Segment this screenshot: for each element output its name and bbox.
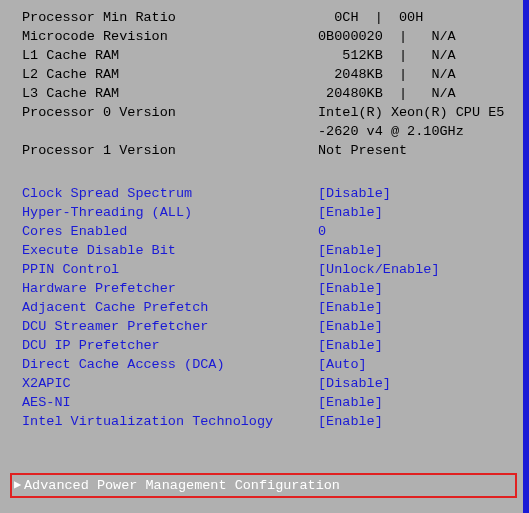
option-label: Clock Spread Spectrum xyxy=(22,184,318,203)
option-row[interactable]: Hyper-Threading (ALL) [Enable] xyxy=(0,203,529,222)
option-value: [Disable] xyxy=(318,184,391,203)
option-row[interactable]: Execute Disable Bit [Enable] xyxy=(0,241,529,260)
option-label: Direct Cache Access (DCA) xyxy=(22,355,318,374)
option-value: [Enable] xyxy=(318,336,383,355)
option-value: [Auto] xyxy=(318,355,367,374)
info-value: Intel(R) Xeon(R) CPU E5 xyxy=(318,103,504,122)
option-row[interactable]: DCU IP Prefetcher [Enable] xyxy=(0,336,529,355)
option-label: DCU IP Prefetcher xyxy=(22,336,318,355)
scrollbar[interactable] xyxy=(523,0,529,513)
option-value: [Disable] xyxy=(318,374,391,393)
advanced-power-management-submenu[interactable]: ▶ Advanced Power Management Configuratio… xyxy=(10,473,517,498)
option-value: 0 xyxy=(318,222,326,241)
option-row[interactable]: Intel Virtualization Technology [Enable] xyxy=(0,412,529,431)
option-label: X2APIC xyxy=(22,374,318,393)
option-label: AES-NI xyxy=(22,393,318,412)
info-row: L2 Cache RAM 2048KB | N/A xyxy=(0,65,529,84)
cpu-options-section: Clock Spread Spectrum [Disable] Hyper-Th… xyxy=(0,184,529,431)
info-row: Processor 1 Version Not Present xyxy=(0,141,529,160)
option-label: Intel Virtualization Technology xyxy=(22,412,318,431)
option-row[interactable]: AES-NI [Enable] xyxy=(0,393,529,412)
info-row: Processor Min Ratio 0CH | 00H xyxy=(0,8,529,27)
option-row[interactable]: Cores Enabled 0 xyxy=(0,222,529,241)
info-label: L2 Cache RAM xyxy=(22,65,318,84)
option-label: Execute Disable Bit xyxy=(22,241,318,260)
info-value: 20480KB | N/A xyxy=(318,84,456,103)
info-value: 512KB | N/A xyxy=(318,46,456,65)
option-value: [Enable] xyxy=(318,203,383,222)
info-value: Not Present xyxy=(318,141,407,160)
info-value: 0CH | 00H xyxy=(318,8,423,27)
option-value: [Unlock/Enable] xyxy=(318,260,440,279)
option-label: Hardware Prefetcher xyxy=(22,279,318,298)
info-label: Processor Min Ratio xyxy=(22,8,318,27)
info-row: Processor 0 Version Intel(R) Xeon(R) CPU… xyxy=(0,103,529,122)
option-row[interactable]: DCU Streamer Prefetcher [Enable] xyxy=(0,317,529,336)
submenu-label: Advanced Power Management Configuration xyxy=(24,476,340,495)
option-label: Cores Enabled xyxy=(22,222,318,241)
option-value: [Enable] xyxy=(318,393,383,412)
submenu-caret-icon: ▶ xyxy=(14,476,24,495)
option-value: [Enable] xyxy=(318,241,383,260)
info-row: Microcode Revision 0B000020 | N/A xyxy=(0,27,529,46)
option-label: PPIN Control xyxy=(22,260,318,279)
bios-setup-screen: Processor Min Ratio 0CH | 00H Microcode … xyxy=(0,0,529,513)
info-label: Microcode Revision xyxy=(22,27,318,46)
info-row: L1 Cache RAM 512KB | N/A xyxy=(0,46,529,65)
section-gap xyxy=(0,160,529,184)
info-label: Processor 0 Version xyxy=(22,103,318,122)
option-label: DCU Streamer Prefetcher xyxy=(22,317,318,336)
option-label: Adjacent Cache Prefetch xyxy=(22,298,318,317)
info-row: -2620 v4 @ 2.10GHz xyxy=(0,122,529,141)
option-value: [Enable] xyxy=(318,298,383,317)
option-value: [Enable] xyxy=(318,279,383,298)
info-label: L3 Cache RAM xyxy=(22,84,318,103)
info-value: -2620 v4 @ 2.10GHz xyxy=(318,122,464,141)
info-value: 0B000020 | N/A xyxy=(318,27,456,46)
option-row[interactable]: PPIN Control [Unlock/Enable] xyxy=(0,260,529,279)
option-label: Hyper-Threading (ALL) xyxy=(22,203,318,222)
info-row: L3 Cache RAM 20480KB | N/A xyxy=(0,84,529,103)
option-row[interactable]: Adjacent Cache Prefetch [Enable] xyxy=(0,298,529,317)
option-row[interactable]: Clock Spread Spectrum [Disable] xyxy=(0,184,529,203)
option-row[interactable]: X2APIC [Disable] xyxy=(0,374,529,393)
info-value: 2048KB | N/A xyxy=(318,65,456,84)
option-value: [Enable] xyxy=(318,317,383,336)
info-label: L1 Cache RAM xyxy=(22,46,318,65)
info-label: Processor 1 Version xyxy=(22,141,318,160)
processor-info-section: Processor Min Ratio 0CH | 00H Microcode … xyxy=(0,8,529,160)
option-row[interactable]: Hardware Prefetcher [Enable] xyxy=(0,279,529,298)
option-value: [Enable] xyxy=(318,412,383,431)
option-row[interactable]: Direct Cache Access (DCA) [Auto] xyxy=(0,355,529,374)
